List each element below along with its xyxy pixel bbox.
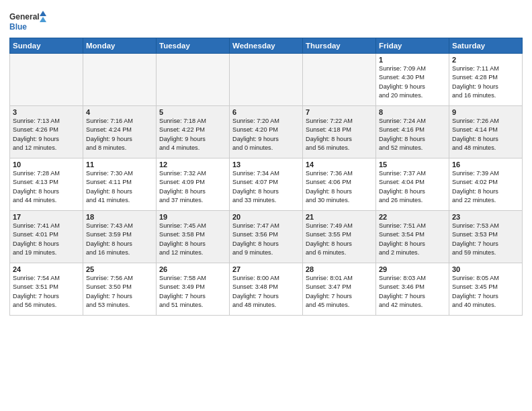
calendar-cell: 10Sunrise: 7:28 AM Sunset: 4:13 PM Dayli…: [10, 158, 83, 211]
day-number: 19: [159, 213, 226, 221]
calendar-cell: 25Sunrise: 7:56 AM Sunset: 3:50 PM Dayli…: [83, 263, 157, 316]
day-info: Sunrise: 7:47 AM Sunset: 3:56 PM Dayligh…: [232, 222, 300, 257]
calendar-week-2: 3Sunrise: 7:13 AM Sunset: 4:26 PM Daylig…: [10, 106, 523, 158]
col-header-tuesday: Tuesday: [157, 38, 230, 54]
day-info: Sunrise: 7:30 AM Sunset: 4:11 PM Dayligh…: [86, 169, 153, 205]
day-info: Sunrise: 7:24 AM Sunset: 4:16 PM Dayligh…: [379, 117, 446, 152]
calendar-cell: 23Sunrise: 7:53 AM Sunset: 3:53 PM Dayli…: [449, 211, 523, 263]
day-info: Sunrise: 7:22 AM Sunset: 4:18 PM Dayligh…: [306, 117, 373, 152]
day-info: Sunrise: 7:32 AM Sunset: 4:09 PM Dayligh…: [159, 169, 226, 205]
day-number: 15: [379, 161, 446, 169]
day-info: Sunrise: 7:09 AM Sunset: 4:30 PM Dayligh…: [379, 64, 446, 100]
day-number: 5: [159, 108, 226, 116]
day-info: Sunrise: 7:34 AM Sunset: 4:07 PM Dayligh…: [232, 169, 300, 205]
calendar-cell: 6Sunrise: 7:20 AM Sunset: 4:20 PM Daylig…: [230, 106, 303, 158]
svg-text:Blue: Blue: [9, 22, 27, 32]
day-info: Sunrise: 7:51 AM Sunset: 3:54 PM Dayligh…: [379, 222, 446, 257]
day-info: Sunrise: 8:00 AM Sunset: 3:48 PM Dayligh…: [232, 274, 300, 310]
calendar-cell: 5Sunrise: 7:18 AM Sunset: 4:22 PM Daylig…: [157, 106, 230, 158]
col-header-saturday: Saturday: [449, 38, 523, 54]
day-info: Sunrise: 7:28 AM Sunset: 4:13 PM Dayligh…: [13, 169, 80, 205]
svg-text:General: General: [9, 12, 40, 21]
calendar-cell: 12Sunrise: 7:32 AM Sunset: 4:09 PM Dayli…: [157, 158, 230, 211]
day-number: 10: [13, 161, 80, 169]
calendar-cell: 4Sunrise: 7:16 AM Sunset: 4:24 PM Daylig…: [83, 106, 157, 158]
day-info: Sunrise: 7:43 AM Sunset: 3:59 PM Dayligh…: [86, 222, 153, 257]
calendar-cell: 2Sunrise: 7:11 AM Sunset: 4:28 PM Daylig…: [449, 54, 523, 106]
header-area: General Blue: [9, 7, 523, 35]
day-number: 30: [452, 265, 519, 273]
calendar-cell: [83, 54, 157, 106]
calendar-cell: 15Sunrise: 7:37 AM Sunset: 4:04 PM Dayli…: [376, 158, 449, 211]
calendar-header-row: SundayMondayTuesdayWednesdayThursdayFrid…: [10, 38, 523, 54]
col-header-thursday: Thursday: [303, 38, 376, 54]
day-number: 20: [232, 213, 300, 221]
day-number: 28: [306, 265, 373, 273]
day-info: Sunrise: 7:53 AM Sunset: 3:53 PM Dayligh…: [452, 222, 519, 257]
calendar-cell: 21Sunrise: 7:49 AM Sunset: 3:55 PM Dayli…: [303, 211, 376, 263]
calendar-cell: 27Sunrise: 8:00 AM Sunset: 3:48 PM Dayli…: [230, 263, 303, 316]
calendar-cell: 22Sunrise: 7:51 AM Sunset: 3:54 PM Dayli…: [376, 211, 449, 263]
day-info: Sunrise: 7:56 AM Sunset: 3:50 PM Dayligh…: [86, 274, 153, 310]
logo: General Blue: [9, 9, 46, 35]
day-number: 22: [379, 213, 446, 221]
calendar-week-4: 17Sunrise: 7:41 AM Sunset: 4:01 PM Dayli…: [10, 211, 523, 263]
day-number: 25: [86, 265, 153, 273]
col-header-monday: Monday: [83, 38, 157, 54]
calendar-cell: 16Sunrise: 7:39 AM Sunset: 4:02 PM Dayli…: [449, 158, 523, 211]
day-number: 21: [306, 213, 373, 221]
day-number: 24: [13, 265, 80, 273]
calendar-cell: 18Sunrise: 7:43 AM Sunset: 3:59 PM Dayli…: [83, 211, 157, 263]
day-number: 13: [232, 161, 300, 169]
day-info: Sunrise: 7:54 AM Sunset: 3:51 PM Dayligh…: [13, 274, 80, 310]
calendar-cell: 8Sunrise: 7:24 AM Sunset: 4:16 PM Daylig…: [376, 106, 449, 158]
calendar-cell: 14Sunrise: 7:36 AM Sunset: 4:06 PM Dayli…: [303, 158, 376, 211]
calendar-week-5: 24Sunrise: 7:54 AM Sunset: 3:51 PM Dayli…: [10, 263, 523, 316]
col-header-friday: Friday: [376, 38, 449, 54]
day-number: 7: [306, 108, 373, 116]
calendar-cell: [157, 54, 230, 106]
svg-marker-3: [40, 17, 46, 22]
day-info: Sunrise: 7:41 AM Sunset: 4:01 PM Dayligh…: [13, 222, 80, 257]
calendar-cell: 20Sunrise: 7:47 AM Sunset: 3:56 PM Dayli…: [230, 211, 303, 263]
calendar-week-1: 1Sunrise: 7:09 AM Sunset: 4:30 PM Daylig…: [10, 54, 523, 106]
day-number: 14: [306, 161, 373, 169]
calendar-cell: 26Sunrise: 7:58 AM Sunset: 3:49 PM Dayli…: [157, 263, 230, 316]
calendar-table: SundayMondayTuesdayWednesdayThursdayFrid…: [9, 38, 523, 316]
calendar-cell: 19Sunrise: 7:45 AM Sunset: 3:58 PM Dayli…: [157, 211, 230, 263]
day-number: 8: [379, 108, 446, 116]
calendar-cell: 9Sunrise: 7:26 AM Sunset: 4:14 PM Daylig…: [449, 106, 523, 158]
day-number: 17: [13, 213, 80, 221]
day-info: Sunrise: 7:45 AM Sunset: 3:58 PM Dayligh…: [159, 222, 226, 257]
day-info: Sunrise: 7:49 AM Sunset: 3:55 PM Dayligh…: [306, 222, 373, 257]
calendar-cell: 7Sunrise: 7:22 AM Sunset: 4:18 PM Daylig…: [303, 106, 376, 158]
calendar-cell: [10, 54, 83, 106]
day-number: 11: [86, 161, 153, 169]
calendar-cell: 28Sunrise: 8:01 AM Sunset: 3:47 PM Dayli…: [303, 263, 376, 316]
day-info: Sunrise: 7:13 AM Sunset: 4:26 PM Dayligh…: [13, 117, 80, 152]
col-header-wednesday: Wednesday: [230, 38, 303, 54]
day-info: Sunrise: 7:18 AM Sunset: 4:22 PM Dayligh…: [159, 117, 226, 152]
page: General Blue SundayMondayTuesdayWednesda…: [0, 0, 532, 411]
calendar-cell: [303, 54, 376, 106]
day-number: 27: [232, 265, 300, 273]
day-number: 12: [159, 161, 226, 169]
calendar-cell: 1Sunrise: 7:09 AM Sunset: 4:30 PM Daylig…: [376, 54, 449, 106]
day-number: 23: [452, 213, 519, 221]
day-info: Sunrise: 7:37 AM Sunset: 4:04 PM Dayligh…: [379, 169, 446, 205]
day-info: Sunrise: 7:58 AM Sunset: 3:49 PM Dayligh…: [159, 274, 226, 310]
calendar-cell: 3Sunrise: 7:13 AM Sunset: 4:26 PM Daylig…: [10, 106, 83, 158]
calendar-cell: 13Sunrise: 7:34 AM Sunset: 4:07 PM Dayli…: [230, 158, 303, 211]
day-info: Sunrise: 7:26 AM Sunset: 4:14 PM Dayligh…: [452, 117, 519, 152]
calendar-cell: [230, 54, 303, 106]
svg-marker-2: [40, 11, 46, 16]
day-number: 2: [452, 56, 519, 64]
day-number: 9: [452, 108, 519, 116]
day-number: 6: [232, 108, 300, 116]
day-info: Sunrise: 7:20 AM Sunset: 4:20 PM Dayligh…: [232, 117, 300, 152]
calendar-week-3: 10Sunrise: 7:28 AM Sunset: 4:13 PM Dayli…: [10, 158, 523, 211]
col-header-sunday: Sunday: [10, 38, 83, 54]
day-info: Sunrise: 7:11 AM Sunset: 4:28 PM Dayligh…: [452, 64, 519, 100]
day-number: 1: [379, 56, 446, 64]
day-number: 29: [379, 265, 446, 273]
